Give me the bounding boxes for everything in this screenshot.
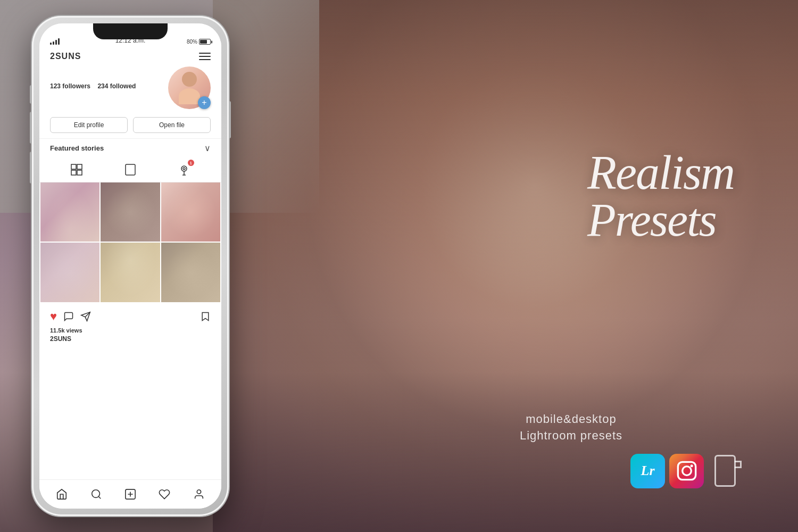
svg-rect-7 bbox=[126, 164, 135, 175]
bottom-nav bbox=[39, 479, 221, 509]
signal-bar-2 bbox=[53, 41, 54, 45]
phone-volume-up bbox=[30, 112, 32, 144]
interaction-bar: ♥ bbox=[39, 304, 221, 326]
avatar-wrapper: + bbox=[168, 66, 211, 109]
app-content: 2SUNS 123 followers 234 followed bbox=[39, 47, 221, 509]
battery-fill bbox=[200, 40, 207, 44]
subtitle: mobile&desktop Lightroom presets bbox=[520, 411, 622, 444]
phone-body: 12:12 a.m. 80% 2SUNS bbox=[32, 16, 229, 516]
post-username: 2SUNS bbox=[39, 335, 221, 345]
phone-screen: 12:12 a.m. 80% 2SUNS bbox=[39, 23, 221, 509]
avatar-head bbox=[182, 72, 197, 87]
search-nav-button[interactable] bbox=[87, 485, 106, 504]
subtitle-line1: mobile&desktop bbox=[520, 411, 622, 428]
signal-bar-4 bbox=[58, 38, 60, 45]
svg-point-9 bbox=[183, 168, 185, 170]
battery-icon bbox=[199, 39, 211, 45]
mobile-device-icon bbox=[710, 452, 739, 489]
home-nav-button[interactable] bbox=[52, 485, 71, 504]
lightroom-icon: Lr bbox=[630, 454, 665, 488]
hamburger-line-2 bbox=[199, 56, 211, 57]
grid-image-3[interactable] bbox=[161, 182, 220, 242]
add-nav-button[interactable] bbox=[121, 485, 140, 504]
grid-image-4[interactable] bbox=[40, 243, 99, 302]
share-button[interactable] bbox=[80, 311, 91, 322]
left-action-icons: ♥ bbox=[50, 310, 91, 323]
avatar-figure bbox=[179, 72, 200, 104]
grid-image-6[interactable] bbox=[161, 243, 220, 302]
save-button[interactable] bbox=[200, 311, 211, 322]
main-title: Realism Presets bbox=[587, 149, 734, 244]
edit-profile-button[interactable]: Edit profile bbox=[50, 117, 128, 133]
featured-stories-label: Featured stories bbox=[50, 144, 104, 152]
followers-count: 123 followers bbox=[50, 82, 90, 90]
svg-point-18 bbox=[197, 490, 201, 494]
profile-section: 123 followers 234 followed + bbox=[39, 64, 221, 114]
tagged-tab[interactable]: 1 bbox=[176, 162, 192, 178]
phone-mockup: 12:12 a.m. 80% 2SUNS bbox=[32, 16, 229, 516]
phone-volume-down bbox=[30, 152, 32, 184]
hamburger-line-1 bbox=[199, 53, 211, 54]
svg-rect-0 bbox=[678, 462, 695, 479]
following-count: 234 followed bbox=[97, 82, 136, 90]
grid-image-5[interactable] bbox=[101, 243, 160, 302]
single-view-tab[interactable] bbox=[122, 162, 138, 178]
svg-point-2 bbox=[690, 464, 693, 467]
signal-indicator bbox=[50, 38, 60, 45]
svg-point-1 bbox=[682, 467, 691, 476]
grid-view-tab[interactable] bbox=[69, 162, 85, 178]
open-file-button[interactable]: Open file bbox=[133, 117, 211, 133]
avatar-body bbox=[179, 88, 200, 104]
svg-rect-6 bbox=[77, 170, 82, 175]
mobile-icon-body bbox=[714, 455, 736, 487]
app-icons-group: Lr bbox=[630, 452, 739, 489]
svg-rect-5 bbox=[71, 170, 76, 175]
app-brand: 2SUNS bbox=[50, 52, 81, 61]
hamburger-line-3 bbox=[199, 59, 211, 60]
subtitle-line2: Lightroom presets bbox=[520, 428, 622, 444]
grid-image-1[interactable] bbox=[40, 182, 99, 242]
tag-badge: 1 bbox=[188, 160, 194, 166]
signal-bar-1 bbox=[50, 43, 52, 45]
app-topnav: 2SUNS bbox=[39, 47, 221, 64]
add-follow-button[interactable]: + bbox=[198, 96, 211, 109]
phone-power-button bbox=[229, 101, 231, 138]
stats-text: 123 followers 234 followed bbox=[50, 82, 160, 90]
status-battery: 80% bbox=[187, 39, 211, 45]
phone-mute-button bbox=[30, 85, 32, 104]
title-line2: Presets bbox=[587, 197, 734, 244]
hamburger-menu[interactable] bbox=[199, 53, 211, 60]
image-grid bbox=[39, 182, 221, 302]
comment-button[interactable] bbox=[63, 311, 74, 322]
heart-nav-button[interactable] bbox=[155, 485, 174, 504]
views-count: 11.5k views bbox=[39, 326, 221, 335]
phone-notch bbox=[93, 23, 168, 39]
svg-line-14 bbox=[98, 496, 101, 498]
grid-image-2[interactable] bbox=[101, 182, 160, 242]
action-buttons: Edit profile Open file bbox=[39, 114, 221, 138]
profile-nav-button[interactable] bbox=[189, 485, 209, 504]
like-button[interactable]: ♥ bbox=[50, 310, 57, 323]
featured-chevron-icon: ∨ bbox=[204, 143, 211, 153]
signal-bar-3 bbox=[55, 40, 57, 45]
svg-marker-12 bbox=[202, 312, 209, 320]
svg-rect-4 bbox=[77, 164, 82, 169]
profile-stats: 123 followers 234 followed bbox=[50, 66, 160, 90]
featured-stories-row[interactable]: Featured stories ∨ bbox=[39, 138, 221, 157]
svg-point-8 bbox=[181, 166, 187, 171]
view-tabs: 1 bbox=[39, 157, 221, 182]
title-line1: Realism bbox=[587, 149, 734, 197]
svg-rect-3 bbox=[71, 164, 76, 169]
instagram-icon bbox=[669, 454, 704, 488]
svg-point-13 bbox=[92, 490, 99, 498]
signal-bars bbox=[50, 38, 60, 45]
